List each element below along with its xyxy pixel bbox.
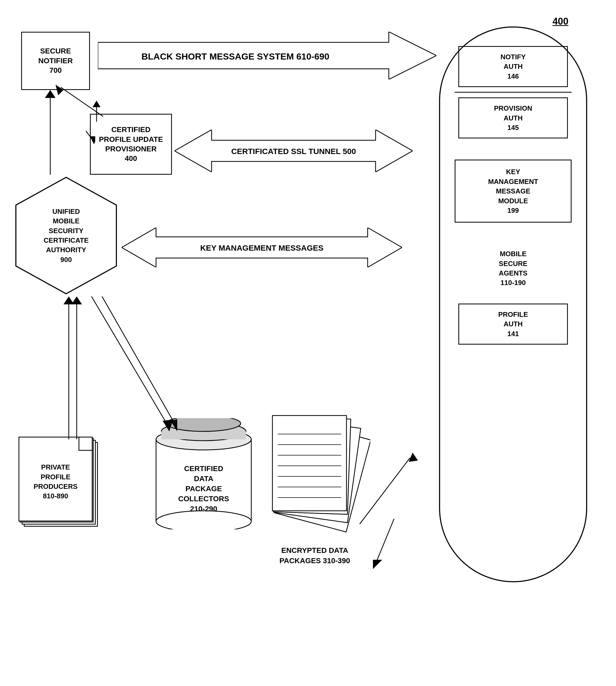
svg-point-18 xyxy=(156,511,251,529)
svg-line-45 xyxy=(376,519,394,564)
umsc-authority-label: UNIFIEDMOBILESECURITYCERTIFICATEAUTHORIT… xyxy=(44,207,89,264)
svg-marker-16 xyxy=(71,296,82,304)
svg-text:BLACK SHORT MESSAGE SYSTEM 610: BLACK SHORT MESSAGE SYSTEM 610-690 xyxy=(141,51,329,61)
arrows-private-to-umsc xyxy=(61,296,87,442)
svg-text:210-290: 210-290 xyxy=(190,505,217,513)
arrows-umsc-to-certified xyxy=(87,291,177,437)
mobile-secure-label: MOBILESECUREAGENTS110-190 xyxy=(496,246,530,290)
certified-profile-box: CERTIFIEDPROFILE UPDATEPROVISIONER400 xyxy=(90,114,172,175)
svg-text:COLLECTORS: COLLECTORS xyxy=(178,495,229,503)
arrow-right-to-notifier xyxy=(93,101,101,122)
encrypted-data-label: ENCRYPTED DATAPACKAGES 310-390 xyxy=(264,545,365,566)
certified-profile-label: CERTIFIEDPROFILE UPDATEPROVISIONER400 xyxy=(99,125,163,164)
diagram-container: 400 SECURENOTIFIER700 CERTIFIEDPROFILE U… xyxy=(0,0,616,686)
key-mgmt-arrow: KEY MANAGEMENT MESSAGES xyxy=(122,228,402,267)
encrypted-data-packages xyxy=(270,413,370,541)
key-mgmt-module-box: KEYMANAGEMENTMESSAGEMODULE199 xyxy=(455,159,572,222)
svg-marker-48 xyxy=(93,101,101,107)
provision-auth-box: PROVISIONAUTH145 xyxy=(458,98,568,138)
svg-text:KEY MANAGEMENT MESSAGES: KEY MANAGEMENT MESSAGES xyxy=(200,243,324,252)
notify-auth-box: NOTIFYAUTH146 xyxy=(458,46,568,87)
svg-text:CERTIFICATED SSL TUNNEL 500: CERTIFICATED SSL TUNNEL 500 xyxy=(231,147,356,156)
svg-line-43 xyxy=(360,458,410,524)
black-sms-arrow: BLACK SHORT MESSAGE SYSTEM 610-690 xyxy=(98,32,436,79)
svg-text:CERTIFIED: CERTIFIED xyxy=(184,465,223,473)
svg-marker-10 xyxy=(56,85,64,95)
ssl-tunnel-arrow: CERTIFICATED SSL TUNNEL 500 xyxy=(175,130,413,172)
umsc-authority-hex: UNIFIEDMOBILESECURITYCERTIFICATEAUTHORIT… xyxy=(13,175,119,296)
arrow-stadium-to-encrypted xyxy=(368,516,421,569)
svg-text:PACKAGE: PACKAGE xyxy=(185,485,222,493)
secure-notifier-label: SECURENOTIFIER700 xyxy=(38,46,73,75)
svg-marker-46 xyxy=(373,560,382,569)
right-stadium: NOTIFYAUTH146 PROVISIONAUTH145 KEYMANAGE… xyxy=(439,26,587,582)
arrow-to-certified-profile xyxy=(85,128,95,144)
svg-line-28 xyxy=(90,294,167,424)
svg-marker-12 xyxy=(90,136,95,144)
svg-line-30 xyxy=(101,294,175,424)
profile-auth-box: PROFILEAUTH141 xyxy=(458,304,568,345)
svg-point-22 xyxy=(167,418,241,431)
svg-marker-44 xyxy=(409,453,418,462)
svg-text:DATA: DATA xyxy=(194,474,214,483)
reference-number: 400 xyxy=(552,16,568,27)
secure-notifier-box: SECURENOTIFIER700 xyxy=(21,32,90,90)
svg-rect-35 xyxy=(272,415,347,511)
